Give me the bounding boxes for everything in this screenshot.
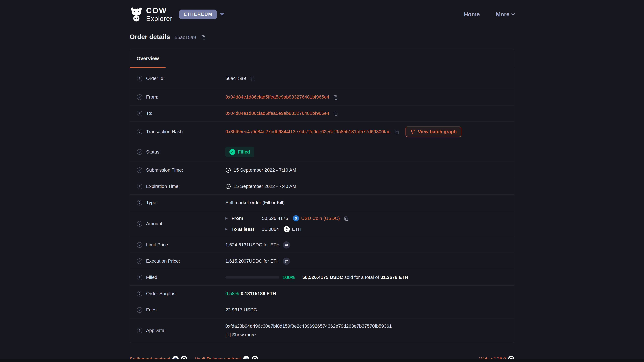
copy-usdc-token-button[interactable] xyxy=(344,216,349,221)
help-icon[interactable]: ? xyxy=(137,200,142,205)
filled-summary: 50,526.4175 USDC sold for a total of 31.… xyxy=(302,275,408,280)
batch-graph-icon xyxy=(410,129,415,134)
brand-name: COW xyxy=(146,6,172,14)
transaction-hash-label: Transaction Hash: xyxy=(146,129,184,134)
status-value: Filled xyxy=(238,149,250,155)
execution-price-label: Execution Price: xyxy=(146,258,180,264)
help-icon[interactable]: ? xyxy=(137,258,142,264)
svg-text:$: $ xyxy=(295,217,297,220)
filled-percent: 100% xyxy=(282,275,295,280)
view-batch-graph-label: View batch graph xyxy=(418,129,457,134)
network-dropdown-caret-icon[interactable] xyxy=(220,13,224,16)
to-address-link[interactable]: 0x04d84e1d86cfad5ffea5e9ab833276481bf965… xyxy=(226,111,329,116)
from-label: From: xyxy=(146,94,158,100)
help-icon[interactable]: ? xyxy=(137,307,142,313)
show-more-toggle[interactable]: [+] Show more xyxy=(226,332,256,338)
row-to: ? To: 0x04d84e1d86cfad5ffea5e9ab83327648… xyxy=(130,105,514,121)
order-surplus-value: 0.18115189 ETH xyxy=(241,291,276,296)
main-nav: Home More xyxy=(464,11,514,17)
filled-label: Filled: xyxy=(146,275,159,280)
row-type: ? Type: Sell market order (Fill or Kill) xyxy=(130,194,514,211)
fees-label: Fees: xyxy=(146,307,158,313)
filled-middle-text: sold for a total of xyxy=(344,275,379,280)
copy-transaction-hash-button[interactable] xyxy=(394,129,399,135)
nav-more[interactable]: More xyxy=(496,11,514,17)
invert-price-button[interactable]: ⇄ xyxy=(283,258,290,265)
order-id-value: 56ac15a9 xyxy=(226,76,246,81)
network-selector-badge[interactable]: ETHEREUM xyxy=(179,9,217,19)
view-batch-graph-button[interactable]: View batch graph xyxy=(406,126,461,137)
row-filled: ? Filled: 100% 50,526.4175 USDC sold for… xyxy=(130,269,514,285)
help-icon[interactable]: ? xyxy=(137,111,142,116)
clock-icon xyxy=(226,167,231,173)
help-icon[interactable]: ? xyxy=(137,167,142,173)
order-surplus-percent: 0.58% xyxy=(226,291,239,296)
cow-explorer-logo[interactable]: COW Explorer xyxy=(130,6,172,22)
help-icon[interactable]: ? xyxy=(137,291,142,297)
help-icon[interactable]: ? xyxy=(137,129,142,134)
triangle-marker-icon: ▶ xyxy=(226,227,232,231)
help-icon[interactable]: ? xyxy=(137,275,142,280)
tab-bar: Overview xyxy=(130,49,514,68)
help-icon[interactable]: ? xyxy=(137,242,142,248)
row-fees: ? Fees: 22.9317 USDC xyxy=(130,302,514,318)
cow-logo-icon xyxy=(130,7,143,22)
tab-overview[interactable]: Overview xyxy=(130,49,166,68)
filled-sold-amount: 50,526.4175 USDC xyxy=(302,275,343,280)
app-data-value: 0xfda28b94d496c30e7bf8d159f8e2c439692657… xyxy=(226,324,392,329)
help-icon[interactable]: ? xyxy=(137,94,142,100)
copy-order-id-value-button[interactable] xyxy=(250,76,255,81)
row-execution-price: ? Execution Price: 1,615.2007USDC for ET… xyxy=(130,253,514,269)
help-icon[interactable]: ? xyxy=(137,221,142,227)
triangle-marker-icon: ▶ xyxy=(226,217,232,220)
amount-to-label: To at least xyxy=(232,227,262,232)
filled-total-amount: 31.2676 ETH xyxy=(380,275,408,280)
copy-order-id-button[interactable] xyxy=(201,35,206,40)
submission-time-label: Submission Time: xyxy=(146,167,183,173)
row-transaction-hash: ? Transaction Hash: 0x35f65ec4a9d84e27bd… xyxy=(130,121,514,142)
order-short-id: 56ac15a9 xyxy=(175,35,196,40)
order-details-card: Overview ? Order Id: 56ac15a9 ? From: 0x… xyxy=(130,49,514,343)
transaction-hash-link[interactable]: 0x35f65ec4a9d84e27bdb6844f13e7cb72d9de62… xyxy=(226,129,390,134)
help-icon[interactable]: ? xyxy=(137,149,142,155)
help-icon[interactable]: ? xyxy=(137,76,142,81)
clock-icon xyxy=(226,184,231,189)
amount-label: Amount: xyxy=(146,221,164,226)
row-order-id: ? Order Id: 56ac15a9 xyxy=(130,68,514,89)
usdc-token-link[interactable]: USD Coin (USDC) xyxy=(301,216,340,221)
row-status: ? Status: ✓ Filled xyxy=(130,142,514,162)
row-from: ? From: 0x04d84e1d86cfad5ffea5e9ab833276… xyxy=(130,89,514,105)
eth-token-icon xyxy=(284,226,290,232)
top-bar: COW Explorer ETHEREUM Home More xyxy=(130,0,514,23)
amount-to-value: 31.0864 xyxy=(262,227,279,232)
help-icon[interactable]: ? xyxy=(137,328,142,333)
amount-from-label: From xyxy=(232,216,262,221)
submission-time-value: 15 September 2022 - 7:10 AM xyxy=(234,167,296,173)
row-amount: ? Amount: ▶ From 50,526.4175 $ USD Coin … xyxy=(130,211,514,237)
fees-value: 22.9317 USDC xyxy=(226,307,257,313)
copy-to-address-button[interactable] xyxy=(333,111,338,116)
execution-price-value: 1,615.2007USDC for ETH xyxy=(226,258,280,264)
nav-home[interactable]: Home xyxy=(464,11,480,17)
help-icon[interactable]: ? xyxy=(137,184,142,189)
copy-icon xyxy=(250,76,255,81)
amount-to-line: ▶ To at least 31.0864 ETH xyxy=(226,226,349,232)
bottom-edge xyxy=(0,359,644,362)
invert-price-button[interactable]: ⇄ xyxy=(283,241,290,249)
from-address-link[interactable]: 0x04d84e1d86cfad5ffea5e9ab833276481bf965… xyxy=(226,94,329,100)
page-title: Order details xyxy=(130,33,170,40)
check-circle-icon: ✓ xyxy=(230,149,235,155)
copy-icon xyxy=(333,95,338,100)
type-label: Type: xyxy=(146,200,158,205)
limit-price-value: 1,624.6131USDC for ETH xyxy=(226,242,280,248)
order-surplus-label: Order Surplus: xyxy=(146,291,176,296)
row-limit-price: ? Limit Price: 1,624.6131USDC for ETH ⇄ xyxy=(130,237,514,253)
copy-from-address-button[interactable] xyxy=(333,95,338,100)
row-submission-time: ? Submission Time: 15 September 2022 - 7… xyxy=(130,162,514,178)
row-expiration-time: ? Expiration Time: 15 September 2022 - 7… xyxy=(130,178,514,194)
row-app-data: ? AppData: 0xfda28b94d496c30e7bf8d159f8e… xyxy=(130,318,514,343)
status-badge: ✓ Filled xyxy=(226,147,254,157)
order-id-label: Order Id: xyxy=(146,76,164,81)
limit-price-label: Limit Price: xyxy=(146,242,169,248)
to-label: To: xyxy=(146,111,152,116)
